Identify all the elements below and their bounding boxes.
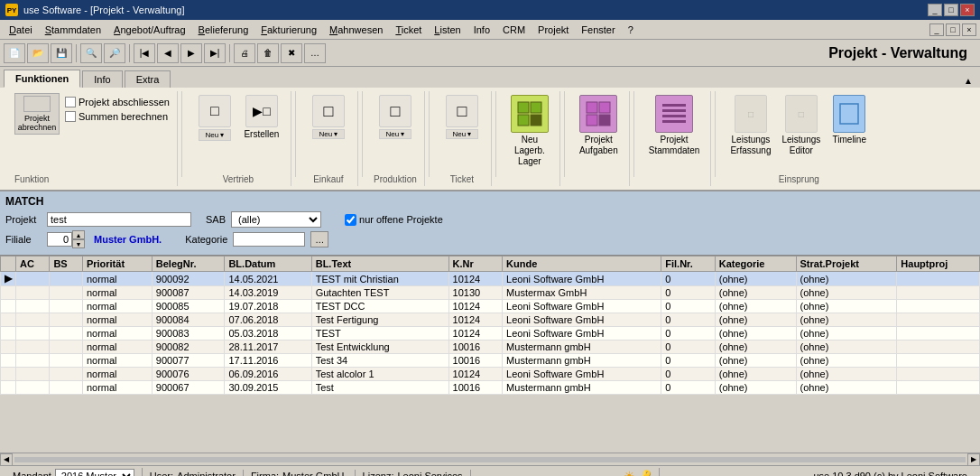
col-kategorie[interactable]: Kategorie [715, 257, 796, 272]
filiale-up[interactable]: ▲ [72, 230, 85, 239]
cell-filNr: 0 [661, 327, 715, 341]
toolbar-next[interactable]: ▶ [180, 43, 202, 63]
toolbar-prev[interactable]: ◀ [157, 43, 179, 63]
table-row[interactable]: normal90007717.11.2016Test 3410016Muster… [1, 354, 980, 368]
col-blText[interactable]: BL.Text [311, 257, 448, 272]
timeline-btn[interactable]: Timeline [827, 93, 871, 147]
menu-info[interactable]: Info [468, 23, 495, 37]
table-row[interactable]: normal90008228.11.2017Test Entwicklung10… [1, 341, 980, 354]
menu-stammdaten[interactable]: Stammdaten [40, 23, 106, 37]
col-stratProjekt[interactable]: Strat.Projekt [796, 257, 897, 272]
table-row[interactable]: normal90006730.09.2015Test10016Musterman… [1, 381, 980, 395]
nur-offene-check[interactable]: nur offene Projekte [345, 214, 443, 226]
menu-listen[interactable]: Listen [429, 23, 466, 37]
menu-belieferung[interactable]: Belieferung [193, 23, 254, 37]
cell-stratProjekt: (ohne) [796, 368, 897, 381]
menu-datei[interactable]: Datei [4, 23, 38, 37]
menu-angebot[interactable]: Angebot/Auftrag [108, 23, 191, 37]
toolbar-first[interactable]: |◀ [134, 43, 155, 63]
tab-funktionen[interactable]: Funktionen [4, 70, 80, 88]
col-blDatum[interactable]: BL.Datum [225, 257, 311, 272]
col-kNr[interactable]: K.Nr [448, 257, 503, 272]
svg-rect-5 [599, 102, 610, 113]
projekt-aufgaben-btn[interactable]: ProjektAufgaben [576, 93, 622, 158]
cell-kategorie: (ohne) [715, 300, 796, 313]
table-row[interactable]: normal90007606.09.2016Test alcolor 11012… [1, 368, 980, 381]
projekt-stammdaten-btn[interactable]: ProjektStammdaten [645, 93, 704, 158]
toolbar-cancel[interactable]: ✖ [281, 43, 302, 63]
kategorie-input[interactable] [233, 232, 305, 247]
table-row[interactable]: ▶normal90009214.05.2021TEST mit Christia… [1, 272, 980, 286]
tab-info[interactable]: Info [82, 70, 122, 88]
projekt-abrechnen-btn[interactable]: Projektabrechnen [14, 93, 60, 135]
toolbar-search2[interactable]: 🔎 [104, 43, 125, 63]
menu-help[interactable]: ? [623, 23, 639, 37]
kategorie-browse-btn[interactable]: … [310, 231, 328, 247]
mandant-select[interactable]: 2016 Muster [55, 469, 134, 477]
hscroll-right[interactable]: ▶ [967, 453, 980, 466]
toolbar-delete[interactable]: 🗑 [257, 43, 279, 63]
menu-projekt[interactable]: Projekt [532, 23, 574, 37]
summen-berechnen-checkbox[interactable]: Summen berechnen [65, 111, 170, 122]
projekt-label: Projekt [5, 214, 42, 225]
maximize-btn[interactable]: □ [944, 4, 958, 16]
menu-crm[interactable]: CRM [497, 23, 531, 37]
toolbar-save[interactable]: 💾 [51, 43, 72, 63]
app-icon: PY [5, 4, 18, 16]
chk-summen[interactable] [65, 111, 76, 122]
toolbar-more[interactable]: … [304, 43, 326, 63]
neu-einkauf-btn[interactable]: □ Neu ▾ [307, 93, 350, 141]
col-hauptproj[interactable]: Hauptproj [897, 257, 980, 272]
projekt-abschliessen-checkbox[interactable]: Projekt abschliessen [65, 97, 170, 107]
projekt-input[interactable] [47, 212, 191, 227]
close-btn[interactable]: × [960, 4, 975, 16]
toolbar-open[interactable]: 📂 [27, 43, 49, 63]
tab-extra[interactable]: Extra [125, 70, 171, 88]
toolbar-search[interactable]: 🔍 [80, 43, 102, 63]
col-bs[interactable]: BS [50, 257, 82, 272]
table-row[interactable]: normal90008714.03.2019Gutachten TEST1013… [1, 286, 980, 300]
neu-vertrieb-arrow[interactable]: Neu ▾ [199, 129, 231, 141]
inner-restore-btn[interactable]: □ [946, 23, 960, 36]
toolbar-last[interactable]: ▶| [204, 43, 226, 63]
cell-kNr: 10016 [448, 354, 503, 368]
menu-ticket[interactable]: Ticket [390, 23, 427, 37]
inner-minimize-btn[interactable]: _ [929, 23, 944, 36]
toolbar-print[interactable]: 🖨 [234, 43, 255, 63]
table-row[interactable]: normal90008519.07.2018TEST DCC10124Leoni… [1, 300, 980, 313]
cell-stratProjekt: (ohne) [796, 327, 897, 341]
minimize-btn[interactable]: _ [928, 4, 942, 16]
hscroll-track[interactable] [14, 457, 966, 462]
col-arrow [1, 257, 16, 272]
neu-produktion-btn[interactable]: □ Neu ▾ [374, 93, 417, 141]
chk-abschliessen[interactable] [65, 97, 76, 107]
leistungs-erfassung-btn[interactable]: □ LeistungsErfassung [726, 93, 774, 158]
col-ac[interactable]: AC [16, 257, 50, 272]
col-kunde[interactable]: Kunde [503, 257, 661, 272]
toolbar-new[interactable]: 📄 [4, 43, 25, 63]
leistungs-editor-btn[interactable]: □ LeistungsEditor [778, 93, 824, 158]
col-belegNr[interactable]: BelegNr. [152, 257, 225, 272]
ribbon-group-stammdaten: ProjektStammdaten [638, 91, 712, 186]
table-row[interactable]: normal90008305.03.2018TEST10124Leoni Sof… [1, 327, 980, 341]
col-filNr[interactable]: Fil.Nr. [661, 257, 715, 272]
filiale-input[interactable] [47, 232, 72, 247]
cell-kategorie: (ohne) [715, 272, 796, 286]
neu-vertrieb-btn[interactable]: □ Neu ▾ [193, 93, 236, 143]
horizontal-scrollbar[interactable]: ◀ ▶ [0, 453, 980, 465]
sab-select[interactable]: (alle) [231, 211, 321, 228]
filiale-down[interactable]: ▼ [72, 239, 85, 248]
table-row[interactable]: normal90008407.06.2018Test Fertigung1012… [1, 313, 980, 327]
menu-fenster[interactable]: Fenster [576, 23, 620, 37]
menu-mahnwesen[interactable]: Mahnwesen [324, 23, 388, 37]
neu-ticket-btn[interactable]: □ Neu ▾ [440, 93, 484, 141]
cell-kunde: Leoni Software GmbH [503, 327, 661, 341]
tab-collapse-arrow[interactable]: ▲ [960, 74, 976, 88]
hscroll-left[interactable]: ◀ [0, 453, 13, 466]
menu-fakturierung[interactable]: Fakturierung [255, 23, 322, 37]
inner-close-btn[interactable]: × [962, 23, 976, 36]
erstellen-btn[interactable]: ▶□ Erstellen [240, 93, 283, 142]
neu-lagerb-btn[interactable]: NeuLagerb.Lager [507, 93, 552, 169]
col-prioritaet[interactable]: Priorität [82, 257, 152, 272]
cell-prioritaet: normal [82, 286, 152, 300]
